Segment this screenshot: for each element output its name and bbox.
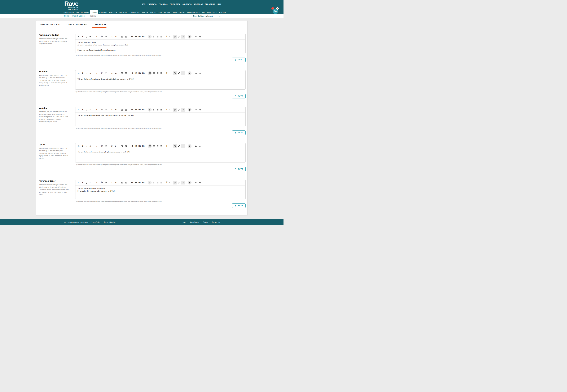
highlighter-button[interactable] xyxy=(177,35,181,39)
highlighter-dropdown-button[interactable] xyxy=(181,35,185,39)
subscript-button[interactable]: X1 xyxy=(111,181,114,184)
save-button[interactable]: SAVE xyxy=(232,167,246,171)
h3-button[interactable]: H3 xyxy=(138,71,141,75)
bold-button[interactable]: B xyxy=(77,181,81,184)
blockquote-button[interactable]: ” xyxy=(95,35,98,39)
superscript-button[interactable]: X1 xyxy=(114,35,118,39)
top-menu-item[interactable]: CRM xyxy=(142,3,146,5)
footer-link[interactable]: Users Manual xyxy=(188,221,201,223)
align-left-button[interactable] xyxy=(148,144,152,148)
subnav-item[interactable]: Integrations xyxy=(118,10,128,14)
top-menu-item[interactable]: HELP xyxy=(217,3,222,5)
align-left-button[interactable] xyxy=(148,181,152,184)
unordered-list-button[interactable] xyxy=(104,71,108,75)
no-style-button[interactable] xyxy=(173,35,177,39)
underline-button[interactable]: U xyxy=(85,35,88,39)
h1-button[interactable]: H1 xyxy=(130,144,133,148)
unordered-list-button[interactable] xyxy=(104,35,108,39)
no-style-button[interactable] xyxy=(173,71,177,75)
italic-button[interactable]: I xyxy=(81,144,84,148)
history-clock-button[interactable] xyxy=(219,14,222,17)
italic-button[interactable]: I xyxy=(81,35,84,39)
footer-link[interactable]: Contact Us xyxy=(210,221,222,223)
outdent-button[interactable] xyxy=(124,144,128,148)
indent-button[interactable] xyxy=(120,71,124,75)
subscript-button[interactable]: X1 xyxy=(111,144,114,148)
top-menu-item[interactable]: TIMESHEETS xyxy=(170,3,180,5)
h1-button[interactable]: H1 xyxy=(130,181,133,184)
bold-button[interactable]: B xyxy=(77,144,81,148)
align-center-button[interactable] xyxy=(152,181,156,184)
footer-link[interactable]: Terms of Service xyxy=(102,221,117,223)
top-menu-item[interactable]: PROJECTS xyxy=(147,3,156,5)
h1-button[interactable]: H1 xyxy=(130,35,133,39)
highlighter-dropdown-button[interactable] xyxy=(181,71,185,75)
underline-button[interactable]: U xyxy=(85,144,88,148)
h2-button[interactable]: H2 xyxy=(134,144,137,148)
unordered-list-button[interactable] xyxy=(104,181,108,184)
blockquote-button[interactable]: ” xyxy=(95,181,98,184)
unlink-button[interactable] xyxy=(198,35,201,39)
ordered-list-button[interactable]: 123 xyxy=(100,71,104,75)
eraser-button[interactable] xyxy=(188,108,192,112)
indent-button[interactable] xyxy=(120,181,124,184)
link-button[interactable] xyxy=(194,108,198,112)
subnav-item[interactable]: Estimate Categories xyxy=(171,10,186,14)
h1-button[interactable]: H1 xyxy=(130,71,133,75)
indent-button[interactable] xyxy=(120,144,124,148)
subnav-item[interactable]: CRM xyxy=(75,10,80,14)
align-center-button[interactable] xyxy=(152,144,156,148)
unordered-list-button[interactable] xyxy=(104,108,108,112)
link-button[interactable] xyxy=(194,71,198,75)
align-justify-button[interactable] xyxy=(160,35,163,39)
unlink-button[interactable] xyxy=(198,71,201,75)
subnav-item[interactable]: Product Inventory xyxy=(128,10,141,14)
text-format-button[interactable]: T xyxy=(166,108,170,112)
subnav-item[interactable]: Contractors xyxy=(80,10,90,14)
underline-button[interactable]: U xyxy=(85,71,88,75)
blockquote-button[interactable]: ” xyxy=(95,108,98,112)
save-button[interactable]: SAVE xyxy=(232,57,246,62)
breadcrumb-link[interactable]: Home xyxy=(64,15,69,17)
tab[interactable]: TERMS & CONDITIONS xyxy=(66,24,87,28)
link-button[interactable] xyxy=(194,181,198,184)
align-center-button[interactable] xyxy=(152,71,156,75)
blockquote-button[interactable]: ” xyxy=(95,71,98,75)
align-left-button[interactable] xyxy=(148,35,152,39)
align-right-button[interactable] xyxy=(156,181,159,184)
top-menu-item[interactable]: REPORTING xyxy=(205,3,215,5)
link-button[interactable] xyxy=(194,144,198,148)
eraser-button[interactable] xyxy=(188,35,192,39)
align-justify-button[interactable] xyxy=(160,144,163,148)
subnav-item[interactable]: Projects xyxy=(141,10,149,14)
subnav-item[interactable]: Branch Settings xyxy=(62,10,75,14)
unlink-button[interactable] xyxy=(198,108,201,112)
ordered-list-button[interactable]: 123 xyxy=(100,108,104,112)
align-right-button[interactable] xyxy=(156,108,159,112)
no-style-button[interactable] xyxy=(173,181,177,184)
text-format-button[interactable]: T xyxy=(166,144,170,148)
text-format-button[interactable]: T xyxy=(166,181,170,184)
footer-link[interactable]: Home xyxy=(180,221,188,223)
h2-button[interactable]: H2 xyxy=(134,108,137,112)
h4-button[interactable]: H4 xyxy=(142,71,145,75)
h2-button[interactable]: H2 xyxy=(134,71,137,75)
unlink-button[interactable] xyxy=(198,144,201,148)
strikethrough-button[interactable]: S xyxy=(88,108,92,112)
strikethrough-button[interactable]: S xyxy=(88,35,92,39)
footer-link[interactable]: Support xyxy=(201,221,210,223)
subscript-button[interactable]: X1 xyxy=(111,35,114,39)
eraser-button[interactable] xyxy=(188,71,192,75)
h3-button[interactable]: H3 xyxy=(138,35,141,39)
h2-button[interactable]: H2 xyxy=(134,35,137,39)
editor-content[interactable]: This is a disclaimer for estimates. By a… xyxy=(75,76,245,89)
underline-button[interactable]: U xyxy=(85,181,88,184)
top-menu-item[interactable]: FINANCIAL xyxy=(159,3,168,5)
subnav-item[interactable]: Audit Trail xyxy=(218,10,227,14)
subnav-item[interactable]: Chart of Accounts xyxy=(157,10,171,14)
breadcrumb-link[interactable]: Branch Settings xyxy=(72,15,85,17)
outdent-button[interactable] xyxy=(124,181,128,184)
h2-button[interactable]: H2 xyxy=(134,181,137,184)
eraser-button[interactable] xyxy=(188,181,192,184)
rave-logo[interactable]: Rave SOFTWARE FOR KIWI BUILDERS xyxy=(64,1,78,10)
